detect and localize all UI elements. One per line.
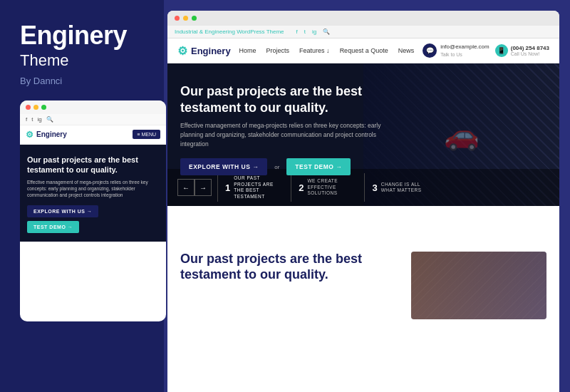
- nav-news[interactable]: News: [398, 47, 415, 54]
- desktop-nav-logo: ⚙ Enginery: [177, 44, 231, 58]
- mobile-btn-row: EXPLORE WIth US → TEST DEMO →: [27, 205, 159, 233]
- nav-projects[interactable]: Projects: [266, 47, 290, 54]
- btn-or-label: or: [274, 164, 279, 170]
- slide-2-num: 2: [299, 183, 304, 192]
- desktop-btn-row: EXPLORE WITH US → or TEST DEMO →: [180, 158, 382, 175]
- contact-email: info@example.com Talk to Us: [440, 43, 489, 57]
- dot-green: [41, 105, 46, 110]
- facebook-icon: f: [26, 116, 27, 123]
- bottom-image-overlay: [411, 252, 546, 319]
- phone-icon: 📱: [495, 44, 508, 57]
- nav-features[interactable]: Features ↓: [299, 47, 330, 54]
- desktop-dot-yellow: [183, 16, 188, 21]
- desktop-fb-icon: f: [296, 29, 298, 35]
- mobile-explore-button[interactable]: EXPLORE WIth US →: [27, 205, 98, 217]
- brand-subtitle: Theme: [20, 51, 150, 70]
- nav-home[interactable]: Home: [239, 47, 256, 54]
- mobile-logo: ⚙ Enginery: [26, 130, 67, 140]
- brand-by: By Dannci: [20, 76, 150, 86]
- bottom-section: Our past projects are the best testament…: [167, 239, 559, 392]
- dot-red: [26, 105, 31, 110]
- nav-quote[interactable]: Request a Quote: [340, 47, 388, 54]
- mobile-hero-content: Our past projects are the best testament…: [27, 155, 159, 234]
- desktop-nav-links: Home Projects Features ↓ Request a Quote…: [239, 47, 415, 54]
- mobile-logo-text: Enginery: [36, 130, 67, 138]
- phone-sublabel: Call Us Now!: [511, 51, 549, 56]
- slide-2-text: WE CREATE EFFECTIVE SOLUTIONS: [307, 178, 357, 196]
- hero-next-arrow[interactable]: →: [195, 179, 212, 196]
- desktop-hero: 🚗 Our past projects are the best testame…: [167, 63, 559, 206]
- twitter-icon: t: [31, 116, 33, 123]
- email-sublabel: Talk to Us: [440, 51, 489, 58]
- mobile-mockup: f t ig 🔍 ⚙ Enginery ≡ MENU Our past proj…: [20, 100, 166, 321]
- desktop-dot-red: [175, 16, 180, 21]
- desktop-top-bar: [167, 11, 559, 26]
- mobile-demo-button[interactable]: TEST DEMO →: [27, 221, 79, 233]
- desktop-hero-title: Our past projects are the best testament…: [180, 83, 382, 115]
- mobile-top-bar: [20, 100, 166, 114]
- slide-3-num: 3: [372, 183, 377, 192]
- brand-title: Enginery: [20, 21, 150, 50]
- contact-info: 💬 info@example.com Talk to Us: [423, 43, 489, 58]
- mobile-social-bar: f t ig 🔍: [20, 114, 166, 125]
- desktop-hero-desc: Effective management of mega-projects re…: [180, 121, 382, 148]
- mobile-hero: Our past projects are the best testament…: [20, 145, 166, 242]
- car-silhouette-icon: 🚗: [444, 118, 480, 152]
- slide-1-num: 1: [225, 183, 230, 192]
- desktop-explore-button[interactable]: EXPLORE WITH US →: [180, 158, 267, 175]
- hero-slide-3[interactable]: 3 CHANGE IS ALL WHAT MATTERS: [364, 173, 437, 202]
- slide-3-text: CHANGE IS ALL WHAT MATTERS: [381, 182, 431, 194]
- menu-label: ≡ MENU: [137, 132, 156, 137]
- mobile-nav: ⚙ Enginery ≡ MENU: [20, 125, 166, 145]
- desktop-hero-content: Our past projects are the best testament…: [180, 83, 382, 175]
- desktop-logo-text: Enginery: [191, 46, 231, 56]
- desktop-theme-label: Industrial & Engineering WordPress Theme: [175, 29, 284, 35]
- contact-phone: 📱 (004) 254 8743 Call Us Now!: [495, 44, 549, 57]
- desktop-social-bar: Industrial & Engineering WordPress Theme…: [167, 26, 559, 38]
- desktop-nav: ⚙ Enginery Home Projects Features ↓ Requ…: [167, 38, 559, 63]
- desktop-ig-icon: ig: [312, 29, 316, 35]
- hero-slide-1[interactable]: 1 OUR PAST PROJECTS ARE THE BEST TESTAME…: [217, 173, 291, 202]
- left-panel: Enginery Theme By Dannci f t ig 🔍 ⚙ Engi…: [0, 0, 164, 392]
- desktop-demo-button[interactable]: TEST DEMO →: [286, 158, 351, 175]
- bottom-heading: Our past projects are the best testament…: [180, 252, 398, 282]
- mobile-hero-title: Our past projects are the best testament…: [27, 155, 159, 175]
- chat-icon: 💬: [423, 43, 437, 58]
- desktop-tw-icon: t: [304, 29, 306, 35]
- hero-slide-2[interactable]: 2 WE CREATE EFFECTIVE SOLUTIONS: [291, 173, 364, 202]
- phone-details: (004) 254 8743 Call Us Now!: [511, 45, 549, 56]
- instagram-icon: ig: [37, 116, 41, 123]
- desktop-gear-icon: ⚙: [177, 44, 187, 58]
- email-address: info@example.com: [440, 43, 489, 51]
- desktop-mockup: Industrial & Engineering WordPress Theme…: [167, 11, 559, 239]
- gear-icon: ⚙: [26, 130, 33, 140]
- mobile-menu-button[interactable]: ≡ MENU: [133, 130, 160, 139]
- search-icon: 🔍: [46, 116, 53, 123]
- slide-1-text: OUR PAST PROJECTS ARE THE BEST TESTAMENT: [234, 175, 284, 200]
- bottom-image: [411, 252, 546, 319]
- hero-prev-arrow[interactable]: ←: [177, 179, 195, 196]
- desktop-nav-right: 💬 info@example.com Talk to Us 📱 (004) 25…: [423, 43, 549, 58]
- mobile-hero-desc: Effective management of mega-projects re…: [27, 179, 159, 198]
- bottom-text: Our past projects are the best testament…: [180, 252, 398, 379]
- right-panel: Industrial & Engineering WordPress Theme…: [164, 0, 570, 392]
- dot-yellow: [33, 105, 38, 110]
- desktop-dot-green: [192, 16, 197, 21]
- hero-slides: 1 OUR PAST PROJECTS ARE THE BEST TESTAME…: [217, 173, 438, 202]
- phone-number: (004) 254 8743: [511, 45, 549, 51]
- desktop-search-icon: 🔍: [323, 29, 330, 35]
